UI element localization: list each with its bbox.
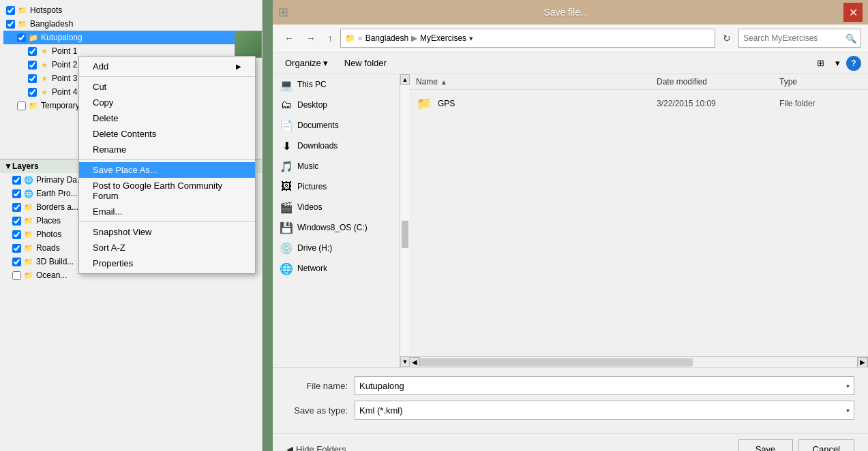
menu-item[interactable]: Properties [79, 255, 255, 271]
layer-icon: 📁 [23, 202, 34, 213]
menu-item[interactable]: Save Place As... [79, 162, 255, 178]
layer-checkbox[interactable] [12, 217, 21, 226]
nav-item[interactable]: 🎵Music [273, 156, 400, 176]
horizontal-scrollbar[interactable]: ◀ ▶ [409, 356, 868, 367]
menu-item[interactable]: Add▶ [79, 59, 255, 74]
view-arrow-button[interactable]: ▾ [830, 55, 845, 71]
folder-icon: 📁 [17, 5, 28, 16]
menu-item-label: Post to Google Earth Community Forum [93, 181, 241, 201]
tree-item-checkbox[interactable] [6, 6, 15, 15]
menu-item-label: Delete Contents [93, 129, 156, 139]
tree-item-label: Point 4 [52, 87, 77, 97]
save-button[interactable]: Save [738, 439, 793, 451]
menu-item-label: Cut [93, 82, 106, 92]
nav-item[interactable]: 🖼Pictures [273, 176, 400, 197]
filename-label: File name: [286, 381, 355, 391]
path-dropdown-button[interactable]: ▾ [469, 34, 473, 43]
menu-item[interactable]: Delete Contents [79, 126, 255, 142]
tree-item-checkbox[interactable] [28, 47, 37, 56]
nav-item-icon: 📄 [280, 119, 293, 132]
menu-item[interactable]: Snapshot View [79, 224, 255, 240]
nav-item-icon: ⬇ [280, 139, 293, 153]
nav-item[interactable]: 🌐Network [273, 258, 400, 279]
h-scroll-right-button[interactable]: ▶ [857, 357, 868, 368]
tree-item-checkbox[interactable] [28, 61, 37, 69]
view-icon-button[interactable]: ⊞ [812, 55, 829, 71]
tree-item-checkbox[interactable] [28, 74, 37, 83]
menu-item[interactable]: Email... [79, 204, 255, 219]
forward-button[interactable]: → [301, 29, 320, 47]
scroll-up-button[interactable]: ▲ [400, 74, 410, 85]
menu-item[interactable]: Delete [79, 110, 255, 126]
col-name-header[interactable]: Name ▲ [416, 77, 657, 87]
title-bar: ⊞ Save file... ✕ [273, 0, 868, 25]
tree-item[interactable]: 📁Hotspots [3, 3, 258, 17]
tree-item-checkbox[interactable] [28, 88, 37, 97]
menu-item[interactable]: Cut [79, 79, 255, 95]
path-bar[interactable]: 📁 « Bangladesh ▶ MyExercises ▾ [340, 29, 715, 48]
tree-item-checkbox[interactable] [17, 102, 26, 110]
cancel-button[interactable]: Cancel [798, 439, 854, 451]
menu-item-label: Email... [93, 206, 122, 217]
col-type-header[interactable]: Type [779, 77, 861, 87]
layer-checkbox[interactable] [12, 244, 21, 253]
col-date-header[interactable]: Date modified [657, 77, 779, 87]
menu-item[interactable]: Post to Google Earth Community Forum [79, 178, 255, 204]
nav-item[interactable]: 💿Drive (H:) [273, 238, 400, 258]
file-row[interactable]: 📁GPS3/22/2015 10:09File folder [409, 93, 868, 114]
menu-item[interactable]: Rename [79, 142, 255, 157]
menu-item-label: Properties [93, 258, 133, 268]
savetype-input[interactable]: Kml (*.kml) ▾ [355, 401, 854, 420]
hide-folders-button[interactable]: ◀ Hide Folders [286, 444, 346, 451]
new-folder-button[interactable]: New folder [339, 56, 392, 70]
back-button[interactable]: ← [280, 29, 299, 47]
menu-separator [79, 159, 255, 160]
nav-item[interactable]: ⬇Downloads [273, 136, 400, 156]
menu-item[interactable]: Sort A-Z [79, 240, 255, 255]
file-row-type: File folder [779, 99, 861, 108]
layer-checkbox[interactable] [12, 176, 21, 185]
layers-label: Layers [12, 161, 39, 171]
layer-checkbox[interactable] [12, 271, 21, 280]
path-crumb1[interactable]: Bangladesh [365, 33, 408, 43]
filename-input[interactable]: Kutupalong ▾ [355, 376, 854, 395]
organize-label: Organize [285, 58, 321, 68]
up-button[interactable]: ↑ [323, 29, 338, 47]
nav-item[interactable]: 💾Windows8_OS (C:) [273, 217, 400, 238]
h-scroll-track[interactable] [420, 357, 857, 367]
tree-item-label: Kutupalong [41, 33, 83, 42]
tree-item[interactable]: 📁Kutupalong [3, 31, 258, 44]
layer-checkbox[interactable] [12, 203, 21, 212]
menu-item[interactable]: Copy [79, 95, 255, 110]
search-input[interactable] [743, 33, 845, 43]
file-list-header: Name ▲ Date modified Type [409, 74, 868, 90]
nav-item[interactable]: 📄Documents [273, 115, 400, 136]
dialog-content: 💻This PC🗂Desktop📄Documents⬇Downloads🎵Mus… [273, 74, 868, 367]
layer-label: Photos [36, 230, 61, 239]
dialog-footer: ◀ Hide Folders Save Cancel [273, 433, 868, 451]
nav-item[interactable]: 🗂Desktop [273, 95, 400, 115]
tree-item-checkbox[interactable] [17, 33, 26, 42]
nav-item[interactable]: 🎬Videos [273, 197, 400, 217]
layer-checkbox[interactable] [12, 189, 21, 198]
navigation-toolbar: ← → ↑ 📁 « Bangladesh ▶ MyExercises ▾ ↻ 🔍 [273, 25, 868, 52]
nav-item[interactable]: 💻This PC [273, 74, 400, 95]
organize-button[interactable]: Organize ▾ [280, 56, 333, 70]
nav-panel: 💻This PC🗂Desktop📄Documents⬇Downloads🎵Mus… [273, 74, 400, 367]
scroll-down-button[interactable]: ▼ [400, 356, 410, 367]
refresh-button[interactable]: ↻ [718, 29, 736, 47]
layer-checkbox[interactable] [12, 258, 21, 266]
help-button[interactable]: ? [846, 56, 861, 71]
tree-item[interactable]: 📁Bangladesh [3, 17, 258, 31]
menu-item-label: Add [93, 61, 108, 72]
path-crumb2[interactable]: MyExercises [420, 33, 466, 43]
tree-item-checkbox[interactable] [6, 20, 15, 29]
savetype-value: Kml (*.kml) [359, 405, 403, 416]
nav-scrollbar[interactable]: ▲ ▼ [400, 74, 409, 367]
layer-icon: 📁 [23, 229, 34, 240]
menu-item-label: Sort A-Z [93, 243, 125, 253]
h-scroll-left-button[interactable]: ◀ [409, 357, 420, 368]
close-button[interactable]: ✕ [843, 3, 863, 22]
menu-item-label: Delete [93, 113, 119, 123]
layer-checkbox[interactable] [12, 230, 21, 239]
